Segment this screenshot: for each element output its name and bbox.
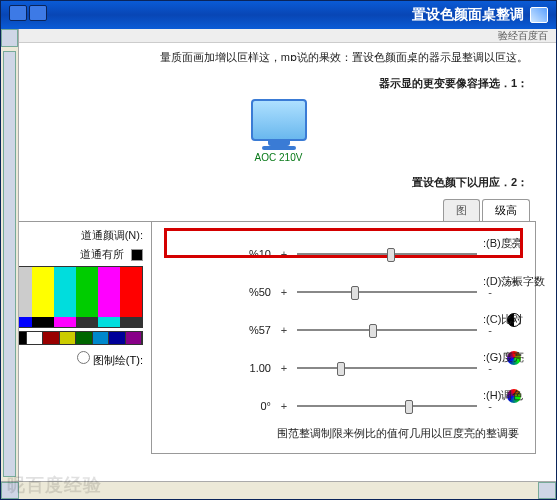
section1-label: ：器示显的更变要像容择选．1 [1, 66, 556, 93]
monitor-screen-icon [251, 99, 307, 141]
close-button[interactable] [29, 5, 47, 21]
tab-image[interactable]: 图 [443, 199, 480, 222]
tab-advanced[interactable]: 级高 [482, 199, 530, 222]
scroll-right-button[interactable] [538, 482, 556, 499]
monitor-label: AOC 210V [247, 152, 311, 163]
test-pattern [9, 266, 143, 328]
hue-slider[interactable] [297, 398, 477, 414]
contrast-digital-value: %50 [241, 286, 271, 298]
minimize-button[interactable] [9, 5, 27, 21]
dropdown-swatch-icon [131, 249, 143, 261]
window-title: 置设色颜面桌整调 [412, 6, 524, 24]
radio-drawing[interactable] [77, 351, 90, 364]
channel-label: :(N)道通颜调 [9, 228, 143, 243]
gamma-value: 1.00 [241, 362, 271, 374]
app-icon [530, 7, 548, 23]
dialog-window: 置设色颜面桌整调 验经百度百 。量质面画加增以叵样这，mɒ说的果效：置设色颜面桌… [0, 0, 557, 500]
titlebar: 置设色颜面桌整调 [1, 1, 556, 29]
monitor-thumbnail[interactable]: AOC 210V [247, 99, 311, 163]
vertical-scrollbar[interactable] [1, 29, 19, 499]
scroll-up-button[interactable] [1, 29, 18, 47]
brightness-value: %10 [241, 248, 271, 260]
color-swatches[interactable] [9, 331, 143, 345]
radio-row: :(T)图制绘 [9, 351, 143, 368]
sliders-panel: ☼ :(B)度亮 - + %10 ☀ :(D)荡振字数 - + %50 :(C)… [151, 221, 536, 454]
tab-bar: 级高 图 [1, 198, 530, 221]
scroll-thumb[interactable] [3, 51, 16, 477]
description-text: 。量质面画加增以叵样这，mɒ说的果效：置设色颜面桌的器示显整调以叵这 [1, 43, 556, 66]
stripe-bar: 验经百度百 [1, 29, 556, 43]
contrast-slider[interactable] [297, 322, 477, 338]
contrast-digital-slider[interactable] [297, 284, 477, 300]
left-panel: :(N)道通颜调 道通有所 :(T)图制绘 [1, 221, 151, 454]
watermark: 昵百度经验 [7, 473, 102, 497]
section2-label: ：置设色颜下以用应．2 [1, 165, 556, 192]
note-text: 围范整调制限来例比的值何几用以叵度亮的整调要 [166, 426, 521, 441]
channel-dropdown[interactable]: 道通有所 [9, 247, 143, 262]
hue-value: 0° [241, 400, 271, 412]
gamma-slider[interactable] [297, 360, 477, 376]
brightness-slider[interactable] [297, 246, 477, 262]
contrast-value: %57 [241, 324, 271, 336]
